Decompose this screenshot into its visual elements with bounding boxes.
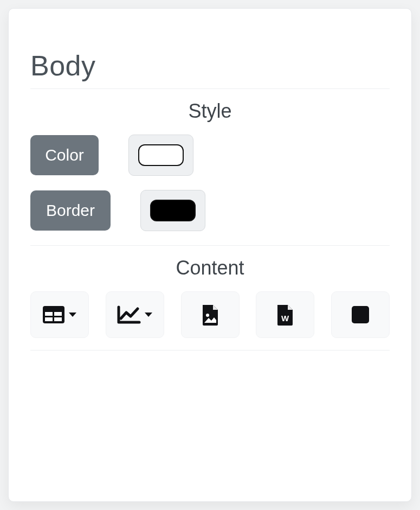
- content-heading: Content: [30, 257, 390, 279]
- color-label-chip: Color: [30, 135, 99, 175]
- svg-rect-1: [45, 312, 53, 316]
- divider: [30, 88, 390, 89]
- divider: [30, 350, 390, 350]
- chart-line-icon: [117, 305, 141, 324]
- border-swatch-button[interactable]: [140, 190, 205, 231]
- chart-dropdown-button[interactable]: [106, 291, 164, 338]
- panel-title: Body: [30, 49, 390, 85]
- file-image-icon: [201, 303, 219, 326]
- square-icon: [351, 305, 370, 324]
- square-button[interactable]: [331, 291, 390, 338]
- svg-rect-4: [54, 317, 62, 321]
- svg-text:W: W: [281, 314, 289, 323]
- divider: [30, 245, 390, 246]
- image-file-button[interactable]: [181, 291, 240, 338]
- file-word-icon: W: [276, 303, 294, 326]
- border-swatch: [150, 200, 196, 221]
- color-swatch-button[interactable]: [128, 135, 193, 176]
- style-row-color: Color: [30, 135, 390, 176]
- style-row-border: Border: [30, 190, 390, 231]
- word-file-button[interactable]: W: [256, 291, 314, 338]
- style-heading: Style: [30, 100, 390, 123]
- table-icon: [42, 305, 65, 324]
- svg-rect-7: [352, 306, 369, 323]
- table-dropdown-button[interactable]: [30, 291, 89, 338]
- color-swatch: [138, 144, 184, 166]
- content-toolbar: W: [30, 291, 390, 338]
- svg-rect-2: [54, 312, 62, 316]
- caret-down-icon: [144, 312, 153, 317]
- svg-point-5: [206, 314, 209, 317]
- svg-rect-3: [45, 317, 53, 321]
- caret-down-icon: [68, 312, 77, 317]
- body-panel: Body Style Color Border Content: [8, 8, 412, 502]
- border-label-chip: Border: [30, 190, 111, 231]
